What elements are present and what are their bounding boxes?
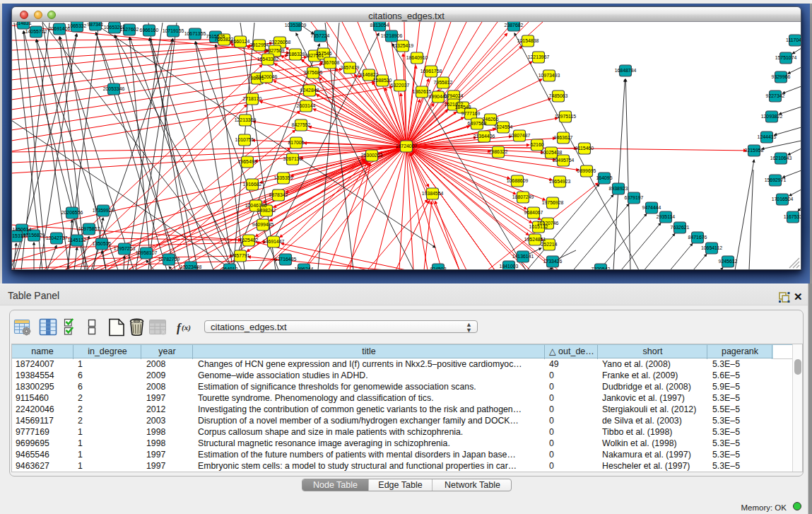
- svg-text:19218906: 19218906: [381, 33, 403, 38]
- svg-text:9242848: 9242848: [300, 88, 319, 93]
- svg-text:18724007: 18724007: [396, 144, 418, 148]
- svg-text:3912954: 3912954: [250, 42, 269, 47]
- svg-text:1362615: 1362615: [413, 89, 432, 94]
- svg-text:9777169: 9777169: [461, 111, 481, 116]
- svg-text:10958107: 10958107: [136, 250, 158, 255]
- svg-text:9463627: 9463627: [554, 135, 573, 140]
- svg-text:3215958: 3215958: [745, 148, 764, 153]
- svg-text:12093822: 12093822: [761, 114, 783, 119]
- svg-text:12156829: 12156829: [23, 233, 45, 238]
- svg-text:9146821: 9146821: [360, 72, 379, 77]
- svg-text:252214: 252214: [541, 242, 558, 247]
- svg-text:1335359: 1335359: [274, 175, 293, 180]
- svg-text:9684067: 9684067: [524, 210, 543, 215]
- svg-text:14055712: 14055712: [25, 29, 47, 34]
- svg-text:1965498: 1965498: [238, 159, 257, 164]
- svg-text:15692971: 15692971: [765, 177, 787, 182]
- svg-text:9245612: 9245612: [719, 259, 738, 264]
- svg-text:8186328: 8186328: [286, 52, 305, 57]
- svg-text:10782759: 10782759: [158, 257, 180, 262]
- svg-text:1841003: 1841003: [500, 264, 519, 269]
- svg-text:10688609: 10688609: [507, 178, 529, 183]
- svg-text:2387682: 2387682: [505, 23, 524, 28]
- svg-text:10719155: 10719155: [163, 28, 184, 33]
- svg-text:20053346: 20053346: [103, 86, 125, 91]
- svg-text:10975857: 10975857: [78, 226, 100, 231]
- svg-text:1350515: 1350515: [93, 241, 112, 246]
- svg-text:18495754: 18495754: [553, 158, 575, 163]
- svg-text:6379197: 6379197: [625, 195, 644, 200]
- svg-text:8938923: 8938923: [609, 186, 628, 191]
- svg-text:157546: 157546: [316, 51, 332, 56]
- svg-text:10046786: 10046786: [245, 203, 267, 208]
- svg-text:8660124: 8660124: [231, 39, 250, 44]
- svg-text:6966160: 6966160: [140, 28, 159, 33]
- svg-text:19384554: 19384554: [422, 191, 444, 196]
- svg-text:18807249: 18807249: [512, 194, 534, 199]
- svg-text:8813054: 8813054: [370, 23, 389, 28]
- svg-text:184543: 184543: [455, 105, 471, 110]
- svg-text:6322037: 6322037: [391, 83, 410, 88]
- svg-text:10973493: 10973493: [539, 73, 560, 78]
- svg-text:1145132: 1145132: [68, 238, 86, 243]
- svg-text:21364436: 21364436: [473, 134, 495, 139]
- svg-text:3875685: 3875685: [304, 70, 323, 75]
- svg-text:(x): (x): [182, 323, 191, 332]
- svg-text:15751074: 15751074: [775, 55, 797, 60]
- svg-text:7485063: 7485063: [549, 93, 568, 98]
- svg-text:17359924: 17359924: [93, 208, 114, 213]
- svg-text:164095: 164095: [596, 175, 613, 180]
- svg-text:19524851: 19524851: [524, 237, 546, 242]
- svg-text:8878342: 8878342: [269, 192, 288, 197]
- svg-text:17016504: 17016504: [772, 197, 794, 201]
- svg-text:1588520: 1588520: [373, 78, 392, 83]
- svg-text:2603144: 2603144: [297, 103, 316, 108]
- svg-text:10154838: 10154838: [517, 38, 539, 43]
- svg-text:7357224: 7357224: [311, 33, 330, 38]
- svg-text:6794024: 6794024: [445, 93, 464, 98]
- svg-text:0899695: 0899695: [577, 168, 596, 173]
- svg-text:12213369: 12213369: [235, 117, 257, 122]
- svg-text:1117042: 1117042: [786, 37, 801, 42]
- svg-text:964012: 964012: [222, 267, 238, 269]
- svg-text:20206556: 20206556: [61, 210, 83, 215]
- svg-text:7955812: 7955812: [434, 80, 453, 85]
- svg-text:9457791: 9457791: [231, 253, 250, 258]
- svg-text:16210643: 16210643: [770, 156, 792, 160]
- svg-text:19756928: 19756928: [542, 200, 564, 205]
- svg-text:8427552: 8427552: [292, 122, 311, 127]
- svg-text:1096244: 1096244: [295, 267, 314, 269]
- svg-text:1450614: 1450614: [13, 227, 32, 232]
- svg-text:2935114: 2935114: [657, 214, 675, 219]
- svg-text:10353809: 10353809: [285, 23, 307, 28]
- svg-text:12213967: 12213967: [528, 54, 550, 59]
- svg-text:1244415: 1244415: [758, 134, 777, 139]
- svg-text:1615132: 1615132: [529, 224, 548, 229]
- svg-text:94099485: 94099485: [252, 222, 274, 227]
- svg-text:23420046: 23420046: [256, 74, 278, 79]
- svg-text:10671355: 10671355: [184, 31, 206, 36]
- svg-text:9227342: 9227342: [766, 93, 785, 98]
- svg-text:3267130: 3267130: [283, 156, 302, 161]
- svg-text:16543382: 16543382: [257, 57, 279, 62]
- svg-text:9498242: 9498242: [257, 208, 276, 213]
- svg-text:16848784: 16848784: [615, 68, 637, 73]
- svg-text:25300203: 25300203: [361, 153, 383, 158]
- svg-text:2718170: 2718170: [243, 96, 262, 101]
- svg-text:987341: 987341: [88, 22, 104, 27]
- svg-text:9115460: 9115460: [575, 146, 594, 151]
- svg-text:8471676: 8471676: [688, 235, 707, 240]
- svg-text:12042737: 12042737: [46, 235, 68, 240]
- svg-text:824503: 824503: [430, 267, 447, 269]
- svg-text:19654923: 19654923: [549, 179, 571, 184]
- svg-text:14136141: 14136141: [512, 254, 534, 259]
- svg-text:7986322: 7986322: [489, 149, 508, 154]
- svg-text:10654112: 10654112: [701, 245, 722, 250]
- svg-text:18640910: 18640910: [406, 55, 428, 60]
- svg-text:9327509: 9327509: [266, 48, 285, 53]
- svg-text:1167533: 1167533: [784, 214, 801, 219]
- svg-text:3457479: 3457479: [341, 65, 360, 70]
- svg-text:12023448: 12023448: [180, 264, 202, 269]
- svg-text:23226058: 23226058: [269, 40, 291, 45]
- svg-text:7632621: 7632621: [671, 225, 690, 230]
